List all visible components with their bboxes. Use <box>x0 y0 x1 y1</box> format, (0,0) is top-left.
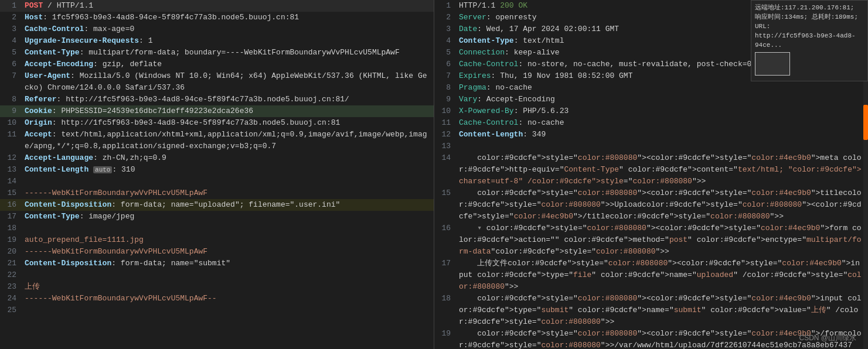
line-number: 3 <box>434 23 457 35</box>
table-row: 11Cache-Control: no-cache <box>434 117 868 129</box>
right-pane[interactable]: 远端地址:117.21.200.176:81; 响应时间:134ms; 总耗时:… <box>434 0 868 349</box>
line-content: color:#9cdcfe">style="color:#808080"><co… <box>457 152 868 187</box>
line-content: color:#9cdcfe">style="color:#808080"><co… <box>457 293 868 328</box>
table-row: 20------WebKitFormBoundarywVvPHLcvU5MLpA… <box>0 246 434 258</box>
line-content: 上传 <box>22 281 434 293</box>
line-number: 7 <box>0 70 22 94</box>
table-row: 10X-Powered-By: PHP/5.6.23 <box>434 105 868 117</box>
line-number: 7 <box>434 70 457 82</box>
line-number: 9 <box>0 105 22 117</box>
table-row: 9Cookie: PHPSESSID=24539e16dbc71deff4922… <box>0 105 434 117</box>
table-row: 12Accept-Language: zh-CN,zh;q=0.9 <box>0 152 434 164</box>
table-row: 19auto_prepend_file=1111.jpg <box>0 234 434 246</box>
table-row: 11Accept: text/html,application/xhtml+xm… <box>0 129 434 152</box>
line-number: 12 <box>0 152 22 164</box>
info-line1: 远端地址:117.21.200.176:81; <box>755 3 864 12</box>
line-number: 20 <box>0 246 22 258</box>
line-content: Content-Length: 349 <box>457 129 868 141</box>
table-row: 25 <box>0 304 434 316</box>
table-row: 15------WebKitFormBoundarywVvPHLcvU5MLpA… <box>0 187 434 199</box>
line-number: 19 <box>434 328 457 349</box>
line-number: 10 <box>0 117 22 129</box>
line-number: 11 <box>0 129 22 152</box>
line-number: 14 <box>434 152 457 187</box>
line-number: 9 <box>434 94 457 105</box>
table-row: 13 <box>434 141 868 152</box>
line-number: 24 <box>0 293 22 304</box>
line-content: Content-Type: image/jpeg <box>22 211 434 223</box>
line-number: 21 <box>0 258 22 269</box>
line-content: Content-Length auto: 310 <box>22 164 434 176</box>
line-number: 18 <box>434 293 457 328</box>
line-number: 11 <box>434 117 457 129</box>
line-content <box>22 269 434 281</box>
line-content: Accept-Encoding: gzip, deflate <box>22 59 434 70</box>
table-row: 1POST / HTTP/1.1 <box>0 0 434 12</box>
info-line3: http://1fc5f963-b9e3-4ad8-94ce... <box>755 31 864 50</box>
table-row: 2Host: 1fc5f963-b9e3-4ad8-94ce-5f89f4c77… <box>0 12 434 23</box>
line-number: 15 <box>434 187 457 223</box>
line-number: 17 <box>434 258 457 293</box>
line-number: 22 <box>0 269 22 281</box>
line-content: Host: 1fc5f963-b9e3-4ad8-94ce-5f89f4c77a… <box>22 12 434 23</box>
qr-code <box>755 52 790 76</box>
line-number: 12 <box>434 129 457 141</box>
line-number: 5 <box>434 47 457 59</box>
line-number: 15 <box>0 187 22 199</box>
table-row: 24------WebKitFormBoundarywVvPHLcvU5MLpA… <box>0 293 434 304</box>
line-content <box>457 141 868 152</box>
line-content: User-Agent: Mozilla/5.0 (Windows NT 10.0… <box>22 70 434 94</box>
table-row: 16 ▾ color:#9cdcfe">style="color:#808080… <box>434 223 868 258</box>
table-row: 18 <box>0 223 434 234</box>
table-row: 19 color:#9cdcfe">style="color:#808080">… <box>434 328 868 349</box>
table-row: 23上传 <box>0 281 434 293</box>
line-content: POST / HTTP/1.1 <box>22 0 434 12</box>
auto-badge: auto <box>93 166 112 173</box>
line-number: 13 <box>434 141 457 152</box>
line-number: 1 <box>0 0 22 12</box>
line-content: auto_prepend_file=1111.jpg <box>22 234 434 246</box>
left-pane[interactable]: 1POST / HTTP/1.12Host: 1fc5f963-b9e3-4ad… <box>0 0 434 349</box>
table-row: 22 <box>0 269 434 281</box>
table-row: 21Content-Disposition: form-data; name="… <box>0 258 434 269</box>
line-content: ------WebKitFormBoundarywVvPHLcvU5MLpAwF <box>22 246 434 258</box>
line-content: 上传文件color:#9cdcfe">style="color:#808080"… <box>457 258 868 293</box>
line-number: 23 <box>0 281 22 293</box>
table-row: 10Origin: http://1fc5f963-b9e3-4ad8-94ce… <box>0 117 434 129</box>
line-content: color:#9cdcfe">style="color:#808080"><co… <box>457 328 868 349</box>
table-row: 9Vary: Accept-Encoding <box>434 94 868 105</box>
table-row: 17Content-Type: image/jpeg <box>0 211 434 223</box>
request-table: 1POST / HTTP/1.12Host: 1fc5f963-b9e3-4ad… <box>0 0 434 316</box>
line-number: 5 <box>0 47 22 59</box>
line-number: 2 <box>0 12 22 23</box>
line-content <box>22 223 434 234</box>
line-number: 16 <box>434 223 457 258</box>
line-content: Cookie: PHPSESSID=24539e16dbc71deff49223… <box>22 105 434 117</box>
line-content: color:#9cdcfe">style="color:#808080"><co… <box>457 187 868 223</box>
line-content <box>22 176 434 187</box>
line-content: ------WebKitFormBoundarywVvPHLcvU5MLpAwF… <box>22 293 434 304</box>
table-row: 13Content-Length auto: 310 <box>0 164 434 176</box>
table-row: 12Content-Length: 349 <box>434 129 868 141</box>
line-number: 14 <box>0 176 22 187</box>
table-row: 5Content-Type: multipart/form-data; boun… <box>0 47 434 59</box>
line-number: 4 <box>434 35 457 47</box>
table-row: 7User-Agent: Mozilla/5.0 (Windows NT 10.… <box>0 70 434 94</box>
table-row: 14 color:#9cdcfe">style="color:#808080">… <box>434 152 868 187</box>
table-row: 17 上传文件color:#9cdcfe">style="color:#8080… <box>434 258 868 293</box>
table-row: 3Cache-Control: max-age=0 <box>0 23 434 35</box>
line-content: Content-Disposition: form-data; name="up… <box>22 199 434 211</box>
line-content: Cache-Control: max-age=0 <box>22 23 434 35</box>
line-number: 6 <box>0 59 22 70</box>
line-content: Referer: http://1fc5f963-b9e3-4ad8-94ce-… <box>22 94 434 105</box>
line-content <box>22 304 434 316</box>
line-content: Upgrade-Insecure-Requests: 1 <box>22 35 434 47</box>
table-row: 8Pragma: no-cache <box>434 82 868 94</box>
line-content: Accept: text/html,application/xhtml+xml,… <box>22 129 434 152</box>
line-content: Content-Type: multipart/form-data; bound… <box>22 47 434 59</box>
line-content: ▾ color:#9cdcfe">style="color:#808080"><… <box>457 223 868 258</box>
scrollbar-thumb[interactable] <box>863 105 868 140</box>
line-number: 1 <box>434 0 457 12</box>
line-number: 19 <box>0 234 22 246</box>
table-row: 6Accept-Encoding: gzip, deflate <box>0 59 434 70</box>
